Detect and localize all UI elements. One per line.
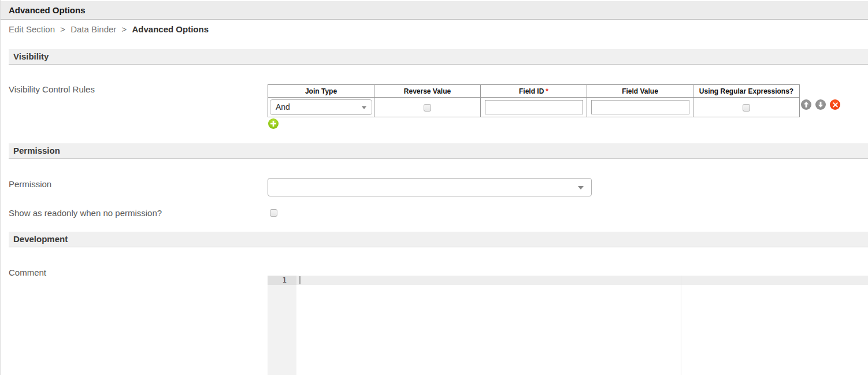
permission-select[interactable] (268, 178, 592, 196)
column-header-field-id: Field ID* (481, 85, 587, 98)
chevron-down-icon (362, 106, 366, 109)
required-marker: * (546, 87, 548, 95)
permission-label: Permission (9, 179, 51, 189)
breadcrumb-link-data-binder[interactable]: Data Binder (71, 24, 116, 34)
editor-print-margin (681, 276, 681, 375)
plus-icon (270, 121, 276, 127)
page-title: Advanced Options (1, 1, 868, 20)
chevron-down-icon (578, 186, 584, 190)
using-regex-checkbox[interactable] (743, 104, 750, 112)
breadcrumb-current: Advanced Options (132, 24, 209, 34)
using-regex-cell (693, 98, 800, 117)
field-id-cell (481, 98, 587, 117)
section-header-permission: Permission (9, 143, 868, 159)
move-row-down-button[interactable] (815, 99, 826, 110)
readonly-checkbox[interactable] (270, 209, 277, 217)
breadcrumb-separator: > (60, 24, 65, 34)
visibility-control-rules-label: Visibility Control Rules (9, 84, 95, 94)
comment-code-editor[interactable]: 1 (268, 276, 868, 375)
column-header-using-regex: Using Regular Expressions? (693, 85, 800, 98)
join-type-select[interactable]: And (270, 99, 372, 115)
breadcrumb-link-edit-section[interactable]: Edit Section (9, 24, 55, 34)
table-header-row: Join Type Reverse Value Field ID* Field … (268, 85, 800, 98)
join-type-selected-value: And (276, 102, 290, 112)
column-header-field-value: Field Value (587, 85, 693, 98)
arrow-up-icon (803, 102, 809, 107)
reverse-value-checkbox[interactable] (424, 104, 431, 112)
table-row: And (268, 98, 800, 117)
breadcrumb: Edit Section > Data Binder > Advanced Op… (9, 24, 209, 34)
readonly-label: Show as readonly when no permission? (9, 208, 162, 218)
join-type-cell: And (268, 98, 374, 117)
field-value-input[interactable] (591, 100, 689, 114)
editor-active-line (296, 276, 868, 285)
column-header-join-type: Join Type (268, 85, 374, 98)
arrow-down-icon (818, 102, 824, 107)
comment-label: Comment (9, 268, 46, 277)
visibility-rules-table: Join Type Reverse Value Field ID* Field … (268, 84, 800, 117)
breadcrumb-separator: > (122, 24, 127, 34)
add-rule-button[interactable] (268, 118, 279, 129)
reverse-value-cell (374, 98, 481, 117)
row-actions (801, 99, 840, 110)
move-row-up-button[interactable] (801, 99, 811, 110)
editor-cursor (299, 276, 301, 284)
column-header-field-id-label: Field ID (519, 87, 544, 95)
section-header-visibility: Visibility (9, 49, 868, 65)
editor-line-number: 1 (268, 276, 296, 285)
field-value-cell (587, 98, 693, 117)
field-id-input[interactable] (485, 100, 583, 114)
section-header-development: Development (9, 232, 868, 247)
column-header-reverse-value: Reverse Value (374, 85, 481, 98)
advanced-options-page: Advanced Options Edit Section > Data Bin… (0, 0, 868, 375)
x-icon (833, 102, 838, 107)
editor-gutter: 1 (268, 276, 296, 375)
delete-row-button[interactable] (830, 99, 840, 110)
